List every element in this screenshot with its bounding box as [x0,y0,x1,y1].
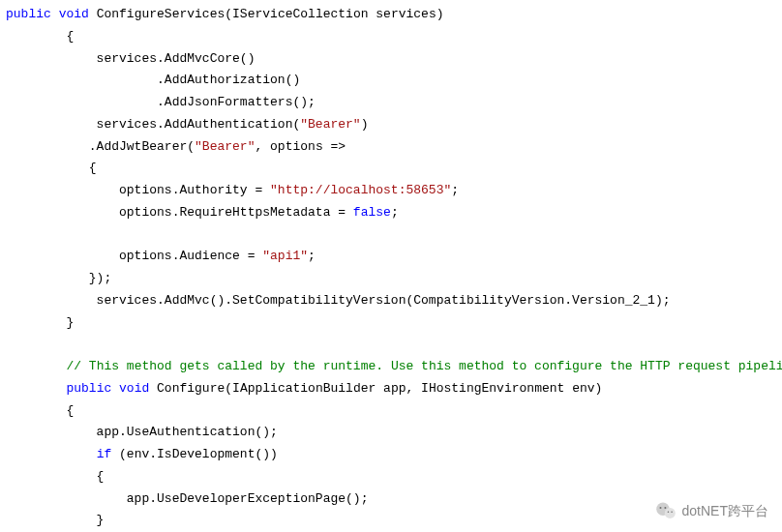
watermark-label: dotNET跨平台 [682,499,768,523]
svg-point-2 [659,507,661,509]
svg-point-4 [667,511,669,513]
watermark: dotNET跨平台 [655,499,768,523]
svg-point-3 [664,507,666,509]
svg-point-5 [671,511,673,513]
wechat-icon [655,500,677,521]
code-block: public void ConfigureServices(IServiceCo… [0,0,782,532]
svg-point-1 [664,508,675,518]
